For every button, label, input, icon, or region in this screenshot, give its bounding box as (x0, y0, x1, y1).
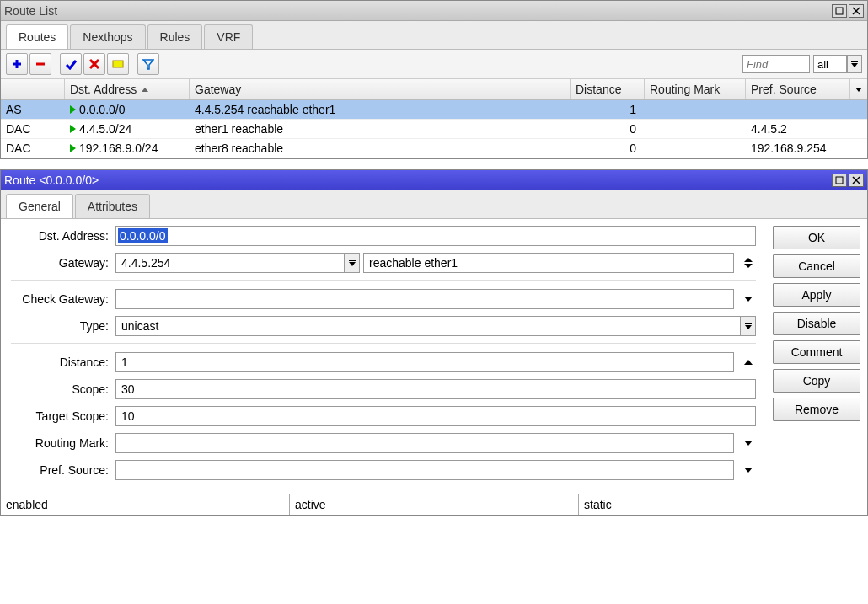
gateway-dropdown-icon[interactable] (345, 253, 360, 273)
label-check-gateway: Check Gateway: (11, 292, 115, 306)
table-row[interactable]: DAC 192.168.9.0/24 ether8 reachable 0 19… (1, 139, 867, 158)
route-detail-titlebar[interactable]: Route <0.0.0.0/0> (1, 170, 867, 190)
comment-button[interactable]: Comment (773, 340, 860, 364)
distance-input[interactable] (115, 352, 734, 372)
target-scope-input[interactable] (115, 406, 756, 426)
col-dst-address[interactable]: Dst. Address (65, 79, 190, 99)
route-list-title: Route List (4, 4, 57, 18)
active-icon (70, 105, 76, 114)
close-icon[interactable] (849, 4, 864, 18)
type-dropdown-icon[interactable] (741, 316, 756, 336)
routing-mark-expand-icon[interactable] (741, 433, 756, 453)
filter-select[interactable] (813, 55, 847, 73)
row-gateway: 4.4.5.254 reachable ether1 (190, 100, 571, 119)
find-input[interactable] (742, 55, 810, 73)
row-dst: 4.4.5.0/24 (79, 122, 131, 136)
svg-rect-8 (113, 61, 123, 67)
action-button-column: OK Cancel Apply Disable Comment Copy Rem… (766, 219, 867, 494)
route-detail-form: Dst. Address: 0.0.0.0/0 Gateway: (1, 219, 766, 494)
tab-vrf[interactable]: VRF (204, 24, 253, 49)
label-routing-mark: Routing Mark: (11, 436, 115, 450)
route-list-window: Route List Routes Nexthops Rules VRF Dst… (0, 0, 868, 159)
row-pref-source: 192.168.9.254 (746, 139, 867, 158)
route-detail-window: Route <0.0.0.0/0> General Attributes Dst… (0, 169, 868, 516)
row-dst: 0.0.0.0/0 (79, 103, 126, 116)
label-pref-source: Pref. Source: (11, 463, 115, 477)
row-gateway: ether1 reachable (190, 120, 571, 138)
svg-rect-0 (836, 8, 843, 14)
copy-button[interactable]: Copy (773, 369, 860, 393)
route-detail-tabs: General Attributes (1, 190, 867, 219)
scope-input[interactable] (115, 379, 756, 399)
minimize-icon[interactable] (832, 4, 847, 18)
column-menu-icon[interactable] (850, 79, 867, 99)
route-table-body: AS 0.0.0.0/0 4.4.5.254 reachable ether1 … (1, 100, 867, 158)
tab-nexthops[interactable]: Nexthops (70, 24, 145, 49)
tab-general[interactable]: General (6, 194, 73, 218)
gateway-status-field (363, 253, 734, 273)
route-detail-statusbar: enabled active static (1, 494, 867, 515)
dst-address-input[interactable]: 0.0.0.0/0 (115, 226, 756, 246)
close-icon[interactable] (849, 174, 864, 187)
row-pref-source (746, 100, 867, 119)
col-routing-mark[interactable]: Routing Mark (645, 79, 746, 99)
tab-attributes[interactable]: Attributes (75, 194, 150, 218)
filter-dropdown-icon[interactable] (847, 55, 862, 73)
row-routing-mark (645, 120, 746, 138)
svg-rect-10 (836, 177, 843, 184)
col-distance[interactable]: Distance (571, 79, 645, 99)
active-icon (70, 144, 76, 152)
gateway-spinner-icon[interactable] (741, 253, 756, 273)
row-flags: AS (1, 100, 65, 119)
label-type: Type: (11, 319, 115, 333)
status-enabled: enabled (1, 494, 290, 515)
label-dst-address: Dst. Address: (11, 229, 115, 243)
route-list-titlebar[interactable]: Route List (1, 1, 867, 21)
ok-button[interactable]: OK (773, 226, 860, 249)
apply-button[interactable]: Apply (773, 283, 860, 307)
route-detail-title: Route <0.0.0.0/0> (4, 174, 99, 187)
label-scope: Scope: (11, 382, 115, 396)
route-table-header: Dst. Address Gateway Distance Routing Ma… (1, 79, 867, 100)
table-row[interactable]: AS 0.0.0.0/0 4.4.5.254 reachable ether1 … (1, 100, 867, 120)
col-pref-source[interactable]: Pref. Source (746, 79, 850, 99)
col-gateway[interactable]: Gateway (190, 79, 571, 99)
filter-button[interactable] (137, 53, 159, 75)
routing-mark-input[interactable] (115, 433, 734, 453)
comment-button[interactable] (107, 53, 129, 75)
row-routing-mark (645, 139, 746, 158)
row-gateway: ether8 reachable (190, 139, 571, 158)
enable-button[interactable] (60, 53, 82, 75)
row-flags: DAC (1, 120, 65, 138)
pref-source-expand-icon[interactable] (741, 460, 756, 480)
label-distance: Distance: (11, 355, 115, 369)
check-gateway-expand-icon[interactable] (741, 289, 756, 309)
table-row[interactable]: DAC 4.4.5.0/24 ether1 reachable 0 4.4.5.… (1, 120, 867, 139)
row-distance: 0 (571, 139, 645, 158)
route-list-toolbar (1, 50, 867, 79)
disable-button[interactable]: Disable (773, 312, 860, 335)
gateway-input[interactable] (115, 253, 345, 273)
remove-button[interactable] (29, 53, 51, 75)
minimize-icon[interactable] (832, 174, 847, 187)
disable-button[interactable] (83, 53, 105, 75)
label-target-scope: Target Scope: (11, 409, 115, 423)
row-distance: 1 (571, 100, 645, 119)
tab-routes[interactable]: Routes (6, 24, 68, 49)
active-icon (70, 125, 76, 133)
remove-button[interactable]: Remove (773, 398, 860, 421)
type-input[interactable] (115, 316, 741, 336)
add-button[interactable] (6, 53, 28, 75)
tab-rules[interactable]: Rules (147, 24, 203, 49)
label-gateway: Gateway: (11, 256, 115, 270)
row-flags: DAC (1, 139, 65, 158)
status-active: active (290, 494, 579, 515)
row-dst: 192.168.9.0/24 (79, 142, 158, 155)
row-routing-mark (645, 100, 746, 119)
cancel-button[interactable]: Cancel (773, 254, 860, 278)
pref-source-input[interactable] (115, 460, 734, 480)
check-gateway-input[interactable] (115, 289, 734, 309)
distance-collapse-icon[interactable] (741, 352, 756, 372)
status-static: static (579, 494, 867, 515)
svg-marker-9 (143, 60, 153, 69)
